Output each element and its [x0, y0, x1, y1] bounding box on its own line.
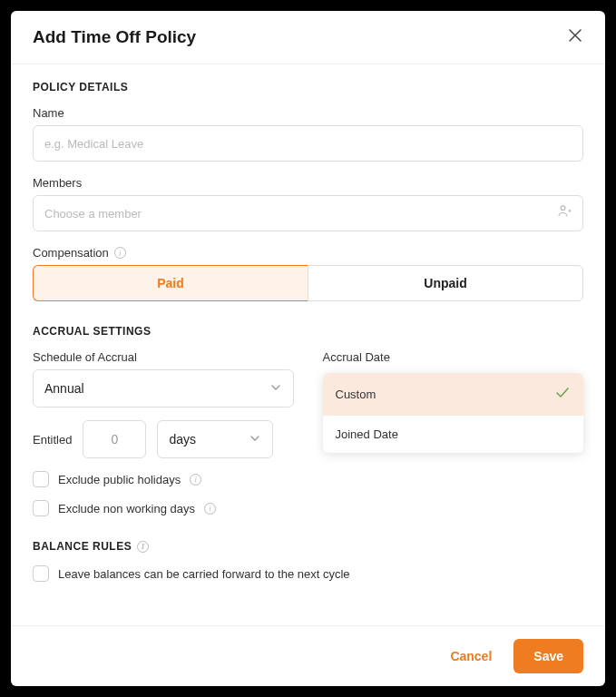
schedule-select[interactable]: Annual	[33, 369, 294, 407]
exclude-public-holidays-checkbox[interactable]	[33, 471, 49, 487]
entitled-label: Entitled	[33, 433, 72, 447]
exclude-public-holidays-label: Exclude public holidays	[58, 473, 181, 486]
carry-forward-row: Leave balances can be carried forward to…	[33, 565, 583, 582]
entitled-unit-value: days	[169, 432, 196, 447]
modal-header: Add Time Off Policy	[11, 11, 605, 64]
compensation-segmented: Paid Unpaid	[33, 265, 583, 301]
exclude-non-working-days-checkbox[interactable]	[33, 500, 49, 516]
accrual-date-option-custom[interactable]: Custom	[323, 373, 584, 416]
name-label: Name	[33, 106, 583, 120]
check-icon	[554, 385, 571, 404]
accrual-date-option-joined[interactable]: Joined Date	[323, 416, 584, 453]
chevron-down-icon	[269, 381, 282, 397]
svg-point-0	[561, 206, 565, 211]
name-input[interactable]	[33, 125, 583, 162]
entitled-input[interactable]	[83, 420, 146, 458]
exclude-non-working-days-label: Exclude non working days	[58, 502, 195, 515]
compensation-label: Compensation i	[33, 246, 583, 260]
chevron-down-icon	[249, 432, 261, 447]
modal-title: Add Time Off Policy	[33, 27, 196, 47]
members-label: Members	[33, 176, 583, 190]
modal-footer: Cancel Save	[11, 625, 605, 686]
entitled-unit-select[interactable]: days	[157, 420, 273, 458]
info-icon[interactable]: i	[190, 474, 201, 486]
accrual-date-dropdown: Custom Joined Date	[323, 373, 584, 453]
exclude-non-working-days-row: Exclude non working days i	[33, 500, 583, 516]
policy-details-heading: POLICY DETAILS	[33, 81, 583, 93]
carry-forward-label: Leave balances can be carried forward to…	[58, 567, 350, 581]
schedule-label: Schedule of Accrual	[33, 350, 294, 364]
info-icon[interactable]: i	[137, 541, 149, 553]
add-member-icon[interactable]	[556, 203, 572, 223]
carry-forward-checkbox[interactable]	[33, 565, 49, 582]
members-input[interactable]	[33, 195, 583, 231]
modal-body: POLICY DETAILS Name Members Compensa	[11, 64, 605, 625]
add-time-off-policy-modal: Add Time Off Policy POLICY DETAILS Name …	[11, 11, 605, 686]
close-icon[interactable]	[567, 27, 583, 47]
cancel-button[interactable]: Cancel	[443, 640, 499, 672]
accrual-date-label: Accrual Date	[323, 350, 584, 364]
balance-rules-heading: BALANCE RULES i	[33, 540, 583, 553]
schedule-value: Annual	[44, 381, 84, 396]
compensation-paid-option[interactable]: Paid	[33, 265, 308, 301]
compensation-unpaid-option[interactable]: Unpaid	[308, 265, 583, 301]
accrual-settings-heading: ACCRUAL SETTINGS	[33, 325, 583, 338]
exclude-public-holidays-row: Exclude public holidays i	[33, 471, 583, 487]
info-icon[interactable]: i	[204, 503, 216, 515]
save-button[interactable]: Save	[513, 639, 583, 673]
info-icon[interactable]: i	[114, 247, 126, 259]
